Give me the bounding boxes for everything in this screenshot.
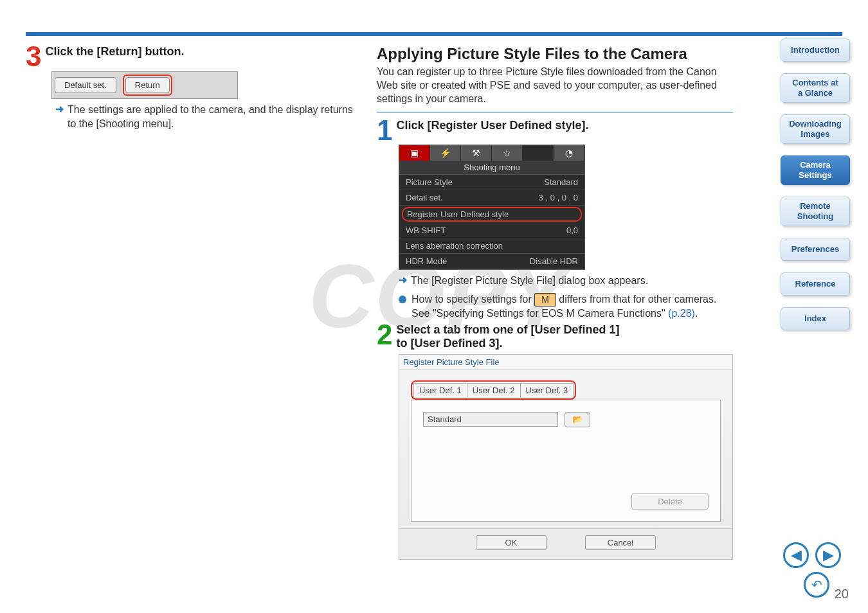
flash-tab-icon[interactable]: ⚡: [430, 145, 461, 161]
step3-result-text: The settings are applied to the camera, …: [68, 103, 357, 130]
step2-title-l2: to [User Defined 3].: [396, 337, 502, 350]
step3-result-row: ➜ The settings are applied to the camera…: [55, 103, 357, 130]
cancel-button[interactable]: Cancel: [585, 535, 656, 550]
shooting-menu-panel: ▣ ⚡ ⚒ ☆ ◔ Shooting menu Picture Style St…: [399, 145, 585, 270]
page-number: 20: [835, 587, 849, 601]
step2-title-l1: Select a tab from one of [User Defined 1…: [396, 323, 619, 336]
style-select[interactable]: Standard: [423, 412, 558, 427]
step-1-title: Click [Register User Defined style].: [396, 119, 588, 132]
menu-label: Picture Style: [406, 177, 453, 187]
prev-page-button[interactable]: ◀: [783, 542, 809, 568]
register-dialog-title: Register Picture Style File: [399, 355, 732, 370]
sidebar-label: Contents at: [792, 78, 838, 88]
style-select-row: Standard 📂: [423, 412, 709, 427]
back-button[interactable]: ↶: [804, 572, 829, 598]
step-1-number: 1: [377, 119, 392, 141]
sidebar-label: Images: [801, 129, 830, 139]
step-2-number: 2: [377, 323, 392, 346]
next-page-button[interactable]: ▶: [815, 542, 841, 568]
ok-button[interactable]: OK: [476, 535, 547, 550]
menu-row-picture-style[interactable]: Picture Style Standard: [399, 175, 584, 190]
menu-label: Lens aberration correction: [406, 241, 503, 251]
step-2-title: Select a tab from one of [User Defined 1…: [396, 323, 619, 350]
menu-value: 0,0: [566, 226, 578, 235]
arrow-right-icon: ▶: [823, 547, 834, 564]
section-title: Applying Picture Style Files to the Came…: [377, 45, 733, 63]
tab-user-def-2[interactable]: User Def. 2: [467, 383, 521, 397]
sidebar-item-preferences[interactable]: Preferences: [781, 238, 850, 261]
menu-row-register-user-defined[interactable]: Register User Defined style: [402, 207, 582, 222]
default-return-bar: Default set. Return: [51, 71, 238, 99]
menu-value: 3 , 0 , 0 , 0: [539, 193, 578, 202]
menu-label: WB SHIFT: [406, 226, 446, 235]
arrow-left-icon: ◀: [791, 547, 802, 564]
shooting-menu-tabs: ▣ ⚡ ⚒ ☆ ◔: [399, 145, 584, 161]
sidebar-label: Settings: [799, 170, 831, 181]
sidebar-nav: Introduction Contents at a Glance Downlo…: [781, 39, 850, 330]
register-dialog: Register Picture Style File User Def. 1 …: [399, 354, 733, 560]
sidebar-item-camera-settings[interactable]: Camera Settings: [781, 155, 850, 185]
main-content: 3 Click the [Return] button. Default set…: [26, 45, 733, 560]
arrow-right-icon: ➜: [55, 103, 64, 130]
step-2-row: 2 Select a tab from one of [User Defined…: [377, 323, 733, 350]
star-tab-icon[interactable]: ☆: [492, 145, 523, 161]
shooting-menu-header: Shooting menu: [399, 161, 584, 175]
spacer-tab: [523, 145, 554, 161]
tab-user-def-3[interactable]: User Def. 3: [521, 383, 574, 397]
page-ref-link[interactable]: (p.28): [668, 308, 695, 319]
sidebar-item-downloading[interactable]: Downloading Images: [781, 114, 850, 144]
step-1-row: 1 Click [Register User Defined style].: [377, 119, 733, 141]
tools-tab-icon[interactable]: ⚒: [461, 145, 492, 161]
menu-row-wb-shift[interactable]: WB SHIFT 0,0: [399, 223, 584, 238]
camera-tab-icon[interactable]: ▣: [399, 145, 430, 161]
step-3-title: Click the [Return] button.: [45, 45, 184, 58]
sidebar-label: Downloading: [789, 119, 842, 129]
tab-user-def-1[interactable]: User Def. 1: [413, 383, 467, 397]
step1-note-content: How to specify settings for M differs fr…: [411, 292, 716, 321]
clock-tab-icon[interactable]: ◔: [554, 145, 584, 161]
delete-button[interactable]: Delete: [631, 493, 709, 510]
note2-pre: See "Specifying Settings for EOS M Camer…: [411, 308, 668, 319]
menu-label: HDR Mode: [406, 256, 447, 266]
sidebar-label: a Glance: [798, 88, 833, 98]
tabs-highlight: User Def. 1 User Def. 2 User Def. 3: [411, 380, 576, 400]
folder-open-icon: 📂: [572, 414, 583, 424]
note2-post: .: [695, 308, 698, 319]
register-dialog-body: User Def. 1 User Def. 2 User Def. 3 Stan…: [399, 370, 732, 528]
left-column: 3 Click the [Return] button. Default set…: [26, 45, 357, 560]
menu-row-hdr-mode[interactable]: HDR Mode Disable HDR: [399, 254, 584, 269]
open-file-button[interactable]: 📂: [565, 412, 590, 427]
step-3-number: 3: [26, 45, 41, 67]
step1-result-text: The [Register Picture Style File] dialog…: [411, 274, 648, 288]
sidebar-item-index[interactable]: Index: [781, 307, 850, 330]
step-3-row: 3 Click the [Return] button.: [26, 45, 357, 67]
right-column: Applying Picture Style Files to the Came…: [377, 45, 733, 560]
step1-note-row: How to specify settings for M differs fr…: [399, 292, 733, 321]
sidebar-label: Remote: [800, 201, 831, 211]
sidebar-item-contents[interactable]: Contents at a Glance: [781, 73, 850, 103]
return-button[interactable]: Return: [125, 77, 170, 93]
section-divider: [377, 112, 733, 112]
default-set-button[interactable]: Default set.: [55, 77, 116, 93]
register-tab-panel: Standard 📂 Delete: [411, 400, 721, 522]
top-accent-bar: [26, 32, 842, 36]
m-badge: M: [534, 293, 556, 306]
bullet-dot-icon: [399, 296, 406, 303]
step1-result-row: ➜ The [Register Picture Style File] dial…: [399, 274, 733, 288]
sidebar-item-reference[interactable]: Reference: [781, 272, 850, 296]
sidebar-label: Shooting: [797, 211, 833, 222]
menu-label: Detail set.: [406, 193, 443, 202]
register-dialog-footer: OK Cancel: [399, 528, 732, 559]
sidebar-item-remote-shooting[interactable]: Remote Shooting: [781, 197, 850, 226]
note-post: differs from that for other cameras.: [559, 294, 716, 305]
sidebar-item-introduction[interactable]: Introduction: [781, 39, 850, 62]
return-highlight: Return: [123, 75, 172, 96]
menu-value: Disable HDR: [530, 256, 578, 266]
arrow-right-icon: ➜: [399, 274, 407, 288]
menu-row-lens-aberration[interactable]: Lens aberration correction: [399, 238, 584, 254]
note-pre: How to specify settings for: [411, 294, 534, 305]
menu-value: Standard: [544, 177, 578, 187]
sidebar-label: Camera: [800, 160, 831, 170]
menu-row-detail-set[interactable]: Detail set. 3 , 0 , 0 , 0: [399, 190, 584, 206]
undo-icon: ↶: [811, 577, 822, 592]
